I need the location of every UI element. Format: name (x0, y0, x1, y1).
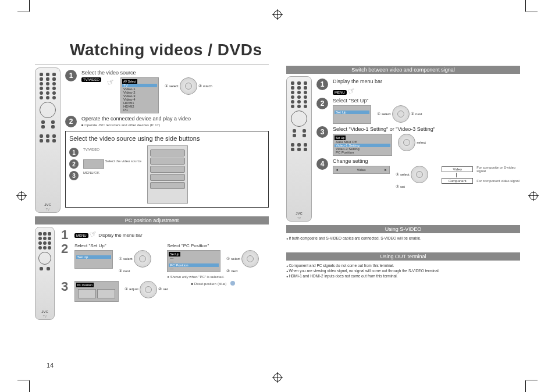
dial-icon (411, 166, 428, 183)
right-step-2: 2 (316, 98, 328, 109)
out-terminal-bar: Using OUT terminal (286, 252, 520, 261)
side-buttons-box: Select the video source using the side b… (65, 131, 269, 208)
crop-mark (514, 12, 526, 23)
menu-key-icon: MENU (74, 233, 88, 238)
out-note-1: Component and PC signals do not come out… (286, 263, 520, 268)
step2-title: Operate the connected device and play a … (81, 116, 269, 122)
pc-step2a-title: Select "Set Up" (74, 243, 161, 248)
boxed-step-3: 3 (69, 171, 79, 180)
tv-video-key: TV/VIDEO (81, 77, 101, 82)
pc-position-bar: PC position adjustment (35, 216, 269, 224)
menu-setup-list-panel: Set Up Auto Shut Off Video-1 Setting Vid… (333, 134, 392, 156)
remote-illustration-small: JVC TV (35, 227, 55, 320)
right-step4-title: Change setting (333, 158, 520, 164)
dial-icon (398, 134, 415, 151)
left-column: JVC TV 1 Select the video source TV/VIDE… (35, 62, 269, 320)
boxed-step-1: 1 (69, 148, 79, 157)
step-badge-1: 1 (65, 70, 77, 81)
step1-title: Select the video source (81, 70, 269, 76)
registration-mark (529, 192, 538, 200)
dial-icon (241, 250, 259, 268)
out-note-2: When you are viewing video signal, no si… (286, 268, 520, 273)
pc-step1-title: Display the menu bar (98, 233, 143, 238)
pointing-hand-icon: ☞ (88, 228, 99, 239)
page-title: Watching videos / DVDs (70, 41, 520, 59)
dial-icon (180, 77, 197, 95)
right-step-3: 3 (316, 126, 328, 138)
right-step2-title: Select "Set Up" (333, 98, 520, 104)
remote-brand: JVC (35, 203, 60, 206)
dial-icon (134, 250, 151, 268)
step-badge-2: 2 (65, 116, 77, 127)
av-select-panel: AV Select TV Video-1 Video-2 Video-3 Vid… (120, 77, 159, 113)
page-number: 14 (47, 362, 54, 369)
registration-mark (273, 373, 282, 382)
menu-key-icon: MENU (333, 90, 347, 95)
menu-setup-list-panel: Set Up —— PC Position — (167, 250, 220, 272)
dial-icon (140, 281, 157, 298)
tv-side-panel (147, 145, 188, 204)
remote-illustration: JVC TV (35, 67, 61, 213)
right-step-4: 4 (316, 158, 328, 170)
pointing-hand-icon: ☞ (347, 85, 357, 96)
remote-model: TV (35, 208, 60, 211)
svideo-note: If both composite and S-VIDEO cables are… (286, 236, 520, 241)
right-step1-title: Display the menu bar (333, 79, 520, 84)
pc-step-1: 1 (59, 229, 70, 241)
change-setting-panel: ◄ Video ► (333, 166, 390, 174)
registration-mark (17, 192, 26, 200)
menu-setup-panel: Set Up (74, 250, 113, 269)
boxed-title: Select the video source using the side b… (69, 135, 265, 142)
out-note-3: HDMI-1 and HDMI-2 inputs does not come o… (286, 273, 520, 279)
right-step3-title: Select "Video-1 Setting" or "Video-3 Set… (333, 126, 520, 132)
registration-mark (273, 10, 282, 19)
crop-mark (29, 12, 41, 23)
boxed-step-2: 2 (69, 159, 79, 169)
pc-step2b-title: Select "PC Position" (167, 243, 269, 248)
pc-step-3: 3 (59, 281, 70, 293)
content-columns: JVC TV 1 Select the video source TV/VIDE… (35, 62, 520, 320)
pc-position-panel: PC Position (74, 281, 119, 302)
signal-legend: Video For composite or S-video signal Co… (442, 166, 520, 184)
manual-page: Watching videos / DVDs (0, 0, 555, 392)
blue-button-icon (230, 281, 235, 286)
switch-signal-bar: Switch between video and component signa… (286, 66, 520, 74)
crop-mark (29, 369, 41, 380)
remote-illustration: JVC TV (286, 76, 312, 222)
crop-mark (514, 369, 526, 380)
svideo-bar: Using S-VIDEO (286, 225, 520, 233)
pc-step-2: 2 (59, 243, 70, 255)
menu-setup-panel: Set Up (333, 105, 371, 124)
right-column: Switch between video and component signa… (286, 62, 520, 320)
pointing-hand-icon: ☞ (106, 76, 116, 87)
dial-icon (392, 105, 410, 123)
right-step-1: 1 (316, 79, 328, 90)
